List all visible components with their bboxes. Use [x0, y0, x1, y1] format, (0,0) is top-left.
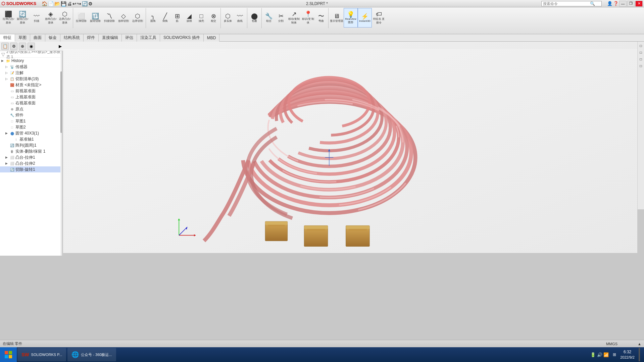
- tree-item-pipe40x3[interactable]: ▶ ⬤ 圆管 40X3(1): [0, 130, 63, 136]
- split-button[interactable]: ✂ 分割: [275, 8, 287, 28]
- chamfer-button[interactable]: ╱ 倒角: [159, 8, 171, 28]
- tree-item-base-axis[interactable]: ▷ ↕ 基准轴1: [0, 136, 63, 142]
- minimize-button[interactable]: —: [619, 1, 627, 7]
- sweep-cut-button[interactable]: 〽 扫描切除: [102, 8, 116, 28]
- user-icon[interactable]: 👤: [607, 1, 612, 6]
- expand-cutlist[interactable]: ▷: [5, 77, 9, 81]
- tree-item-cut-revolve[interactable]: ▷ 🔄 切除-旋转1: [0, 166, 63, 172]
- tree-item-sketch1[interactable]: ▷ □ 草图1: [0, 118, 63, 124]
- right-btn-2[interactable]: □: [638, 50, 644, 55]
- search-area[interactable]: 🔍: [541, 1, 604, 6]
- boundary-cut-button[interactable]: ⬡ 边界切割: [131, 8, 145, 28]
- expand-history[interactable]: ▶: [1, 59, 5, 62]
- sweep-boss-button[interactable]: 〰 扫描: [30, 8, 44, 28]
- undo-icon[interactable]: ↩: [72, 1, 77, 6]
- tree-item-boss2[interactable]: ▶ ⬜ 凸台-拉伸2: [0, 160, 63, 166]
- tree-item-sensor[interactable]: ▷ 📡 传感器: [0, 64, 63, 70]
- tree-item-annotation[interactable]: ▷ 📝 注解: [0, 70, 63, 76]
- tab-mbd[interactable]: MBD: [204, 34, 220, 42]
- expand-boss1[interactable]: ▶: [5, 156, 9, 159]
- tree-item-top-plane[interactable]: ▷ ▭ 上视基准面: [0, 94, 63, 100]
- extrude-cut-button[interactable]: ⬜ 拉伸切除: [74, 8, 88, 28]
- tree-item-solid-delete[interactable]: ▷ 🗑 实体-删除/保留 1: [0, 148, 63, 154]
- tree-item-front-plane[interactable]: ▷ ▭ 前视基准面: [0, 88, 63, 94]
- tab-sw-plugins[interactable]: SOLIDWORKS 插件: [160, 34, 204, 42]
- tree-item-right-plane[interactable]: ▷ ▭ 右视基准面: [0, 100, 63, 106]
- feature-name-button[interactable]: 🏷 特征名 直接令: [372, 8, 386, 28]
- right-btn-4[interactable]: □: [638, 63, 644, 68]
- ribs-button[interactable]: ⊞ 筋: [171, 8, 183, 28]
- expand-annotation[interactable]: ▷: [5, 71, 9, 74]
- right-btn-1[interactable]: □: [638, 43, 644, 48]
- revolve-boss-button[interactable]: 🔄 旋转凸台/基体: [15, 8, 30, 28]
- close-button[interactable]: ✕: [635, 1, 643, 7]
- right-btn-3[interactable]: □: [638, 56, 644, 62]
- property-manager-icon-btn[interactable]: ⚙: [10, 43, 17, 50]
- save-icon[interactable]: 💾: [61, 1, 66, 6]
- realview-button[interactable]: 💡 RealView 图形: [344, 8, 358, 28]
- options-icon[interactable]: ⚙: [88, 1, 93, 6]
- mark-icon-button[interactable]: 📍 标识/变 制体: [301, 8, 315, 28]
- new-icon[interactable]: 📄: [48, 1, 54, 6]
- tab-evaluate[interactable]: 评估: [122, 34, 137, 42]
- help-icon[interactable]: ❓: [613, 1, 618, 6]
- appearance-manager-icon-btn[interactable]: ◉: [28, 43, 35, 50]
- taskbar-app-sw[interactable]: SW SOLIDWORKS P...: [17, 348, 66, 361]
- intersect-button[interactable]: ⊗ 相交: [207, 8, 219, 28]
- rebuild-icon[interactable]: 🔄: [82, 1, 88, 6]
- tab-weld[interactable]: 焊件: [84, 34, 99, 42]
- show-desktop-btn[interactable]: [639, 348, 640, 361]
- tree-item-origin[interactable]: ▷ ⊕ 原点: [0, 106, 63, 112]
- config-manager-icon-btn[interactable]: ⊕: [19, 43, 26, 50]
- tab-feature[interactable]: 特征: [0, 34, 15, 42]
- home-icon[interactable]: 🏠: [42, 1, 47, 6]
- tree-item-weld[interactable]: ▷ 🔧 焊件: [0, 112, 63, 118]
- main-viewport[interactable]: [63, 42, 637, 253]
- tab-surface[interactable]: 曲面: [30, 34, 45, 42]
- search-icon[interactable]: 🔍: [590, 1, 595, 6]
- sidebar-resize-handle[interactable]: [62, 51, 63, 256]
- taskbar-app-chrome[interactable]: 🌐 公众号 - 360极运...: [67, 348, 116, 361]
- deform-button[interactable]: 〜 弯曲: [315, 8, 327, 28]
- revolve-cut-button[interactable]: 🔃 旋转切除: [88, 8, 102, 28]
- curves-button[interactable]: 〰 曲线: [234, 8, 246, 28]
- tab-direct-edit[interactable]: 直接编辑: [99, 34, 122, 42]
- tree-item-sketch2[interactable]: ▷ □ 草图2: [0, 124, 63, 130]
- search-box[interactable]: 🔍: [541, 1, 602, 6]
- annotation-icon: 📝: [9, 70, 15, 75]
- draft-button[interactable]: ◢ 拔模: [183, 8, 195, 28]
- shell-button[interactable]: □ 抽壳: [195, 8, 207, 28]
- extrude-boss-button[interactable]: ⬛ 拉伸凸台/基体: [1, 8, 15, 28]
- clock-area[interactable]: 6:32 2022/9/2: [620, 350, 635, 360]
- fillet-button[interactable]: ╮ 圆角: [147, 8, 159, 28]
- start-button[interactable]: [0, 347, 17, 362]
- expand-boss2[interactable]: ▶: [5, 162, 9, 165]
- assemble-button[interactable]: 🔧 组合: [263, 8, 275, 28]
- boundary-boss-button[interactable]: ⬡ 边界凸台/基体: [58, 8, 72, 28]
- move-copy-button[interactable]: ↗ 移动/复制 制体: [287, 8, 301, 28]
- print-icon[interactable]: 🖨: [67, 1, 72, 6]
- tab-render-tools[interactable]: 渲染工具: [137, 34, 160, 42]
- multi-body-button[interactable]: ⬡ 多实体: [222, 8, 234, 28]
- tree-item-cutlist[interactable]: ▷ 📋 切割清单(19): [0, 76, 63, 82]
- tree-item-material[interactable]: ▷ 🧱 材质 <未指定>: [0, 82, 63, 88]
- open-icon[interactable]: 📂: [54, 1, 60, 6]
- search-input[interactable]: [543, 2, 590, 6]
- tree-item-pattern[interactable]: ▷ 🔄 阵列(圆周)1: [0, 142, 63, 148]
- tree-item-boss1[interactable]: ▶ ⬜ 凸台-拉伸1: [0, 154, 63, 160]
- feature-manager-icon-btn[interactable]: 📋: [1, 43, 9, 50]
- expand-sensor[interactable]: ▷: [5, 65, 9, 68]
- wrap-button[interactable]: ⬤ 包覆: [248, 8, 260, 28]
- restore-button[interactable]: ❐: [627, 1, 635, 7]
- tab-sheet-metal[interactable]: 钣金: [45, 34, 60, 42]
- loft-cut-button[interactable]: ◇ 放样切割: [116, 8, 131, 28]
- instant3d-button[interactable]: ⚡ Instant3D: [358, 8, 372, 28]
- loft-boss-button[interactable]: ◈ 放样凸台/基体: [44, 8, 58, 28]
- redo-icon[interactable]: ↪: [77, 1, 81, 6]
- sidebar-collapse-btn[interactable]: ▶: [59, 44, 62, 49]
- tab-sketch[interactable]: 草图: [15, 34, 30, 42]
- tab-structure[interactable]: 结构系统: [60, 34, 84, 42]
- expand-pipe40x3[interactable]: ▶: [5, 132, 9, 135]
- display-manager-button[interactable]: 🖥 显示管理器: [330, 8, 344, 28]
- status-expand[interactable]: ▲: [638, 342, 644, 346]
